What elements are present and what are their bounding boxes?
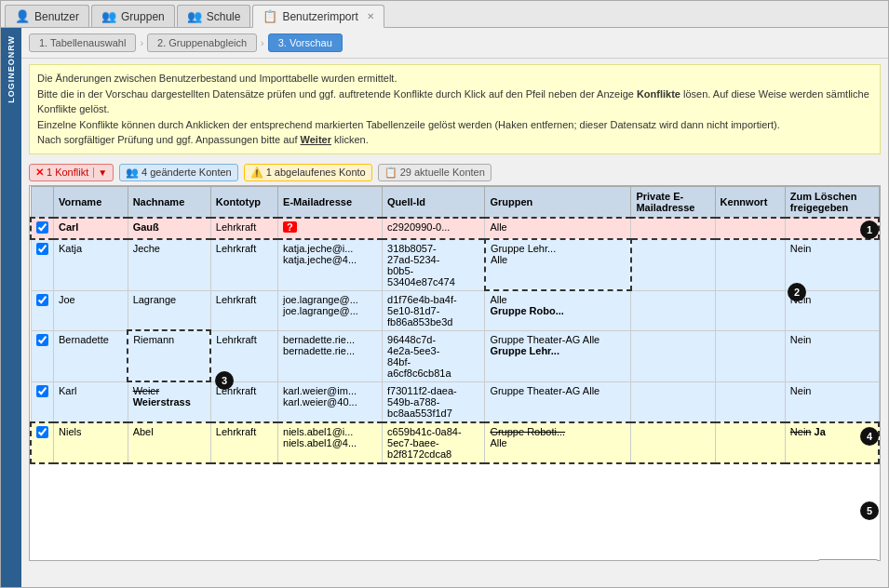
cell-quellid: c2920990-0... bbox=[383, 218, 485, 239]
cell-nachname: Riemann bbox=[128, 330, 210, 381]
changed-button[interactable]: 👥 4 geänderte Konten bbox=[119, 164, 238, 181]
expired-count: 1 bbox=[266, 167, 272, 178]
table-row[interactable]: Karl WeierWeierstrass Lehrkraft karl.wei… bbox=[31, 381, 879, 422]
conflict-tag[interactable]: ? bbox=[283, 221, 297, 233]
cell-email: niels.abel1@i...niels.abel1@4... bbox=[278, 422, 383, 463]
cell-kennwort bbox=[715, 330, 785, 381]
cell-private-email bbox=[631, 330, 715, 381]
tab-close-button[interactable]: ✕ bbox=[367, 11, 374, 21]
table-container: Vorname Nachname Kontotyp E-Mailadresse … bbox=[29, 185, 881, 562]
info-line2: Bitte die in der Vorschau dargestellten … bbox=[37, 87, 872, 117]
step-tab-1[interactable]: 1. Tabellenauswahl bbox=[29, 33, 136, 52]
row-checkbox[interactable] bbox=[31, 218, 54, 239]
nachname-old: Weier bbox=[133, 385, 160, 396]
tab-benutzer-label: Benutzer bbox=[34, 10, 79, 23]
cell-nachname: Jeche bbox=[128, 239, 210, 291]
changed-label: geänderte Konten bbox=[150, 167, 231, 178]
cell-private-email bbox=[631, 422, 715, 463]
cell-vorname: Joe bbox=[54, 290, 128, 330]
cell-email: karl.weier@im...karl.weier@40... bbox=[278, 381, 383, 422]
cell-email: joe.lagrange@...joe.lagrange@... bbox=[278, 290, 383, 330]
row-checkbox[interactable] bbox=[31, 422, 54, 463]
conflict-label: Konflikt bbox=[55, 167, 88, 178]
step-tab-2[interactable]: 2. Gruppenabgleich bbox=[147, 33, 257, 52]
step-tabs: 1. Tabellenauswahl › 2. Gruppenabgleich … bbox=[21, 28, 888, 59]
cell-kennwort bbox=[715, 422, 785, 463]
row-checkbox[interactable] bbox=[31, 381, 54, 422]
table-row[interactable]: Katja Jeche Lehrkraft katja.jeche@i...ka… bbox=[31, 239, 879, 291]
current-button[interactable]: 📋 29 aktuelle Konten bbox=[378, 164, 492, 181]
cell-nachname: Abel bbox=[128, 422, 210, 463]
cell-email: katja.jeche@i...katja.jeche@4... bbox=[278, 239, 383, 291]
sidebar: LOGINEONRW bbox=[1, 28, 21, 587]
annotation-2: 2 bbox=[788, 283, 806, 301]
cell-zum-loeschen: Nein bbox=[785, 330, 879, 381]
gruppen-icon: 👥 bbox=[101, 9, 116, 23]
cell-nachname: WeierWeierstrass bbox=[128, 381, 210, 422]
cell-kennwort bbox=[715, 218, 785, 239]
step-tab-3[interactable]: 3. Vorschau bbox=[268, 33, 343, 52]
cell-quellid: c659b41c-0a84-5ec7-baee-b2f8172cdca8 bbox=[383, 422, 485, 463]
benutzerimport-icon: 📋 bbox=[263, 9, 277, 23]
tab-benutzer[interactable]: 👤 Benutzer bbox=[5, 5, 89, 27]
data-table: Vorname Nachname Kontotyp E-Mailadresse … bbox=[30, 186, 880, 464]
row-checkbox[interactable] bbox=[31, 330, 54, 381]
changed-count: 4 bbox=[141, 167, 147, 178]
cell-zum-loeschen: Nein bbox=[785, 381, 879, 422]
tab-schule[interactable]: 👥 Schule bbox=[177, 5, 251, 27]
row-checkbox[interactable] bbox=[31, 290, 54, 330]
cell-private-email bbox=[631, 218, 715, 239]
col-kennwort: Kennwort bbox=[715, 186, 785, 218]
cell-quellid: 318b8057-27ad-5234-b0b5-53404e87c474 bbox=[383, 239, 485, 291]
col-kontotyp: Kontotyp bbox=[210, 186, 277, 218]
weiter-button[interactable]: Weiter bbox=[817, 559, 879, 561]
step-divider-1: › bbox=[140, 37, 143, 48]
cell-vorname: Karl bbox=[54, 381, 128, 422]
col-zum-loeschen: Zum Löschenfreigegeben bbox=[785, 186, 879, 218]
info-box: Die Änderungen zwischen Benutzerbestand … bbox=[29, 64, 881, 154]
annotation-3: 3 bbox=[215, 371, 234, 390]
col-quellid: Quell-Id bbox=[383, 186, 485, 218]
cell-email: bernadette.rie...bernadette.rie... bbox=[278, 330, 383, 381]
annotation-5: 5 bbox=[860, 501, 879, 520]
conflict-x-icon: ✕ bbox=[35, 167, 44, 179]
step-divider-2: › bbox=[261, 37, 264, 48]
col-gruppen: Gruppen bbox=[485, 186, 631, 218]
cell-kontotyp: Lehrkraft bbox=[210, 239, 277, 291]
expired-button[interactable]: ⚠️ 1 abgelaufenes Konto bbox=[244, 164, 372, 181]
conflict-count: 1 bbox=[47, 167, 52, 178]
current-icon: 📋 bbox=[384, 167, 397, 179]
cell-vorname: Niels bbox=[54, 422, 128, 463]
cell-gruppen: Gruppe Theater-AG AlleGruppe Lehr... bbox=[485, 330, 631, 381]
tab-gruppen[interactable]: 👥 Gruppen bbox=[91, 5, 175, 27]
cell-kontotyp: Lehrkraft bbox=[210, 218, 277, 239]
cell-gruppen: Gruppe Lehr...Alle bbox=[485, 239, 631, 291]
cell-private-email bbox=[631, 239, 715, 291]
table-inner[interactable]: Vorname Nachname Kontotyp E-Mailadresse … bbox=[29, 185, 881, 562]
tab-benutzerimport[interactable]: 📋 Benutzerimport ✕ bbox=[252, 5, 384, 28]
table-row[interactable]: Carl Gauß Lehrkraft ? c2920990-0... Alle bbox=[31, 218, 879, 239]
nachname-new: Weierstrass bbox=[133, 396, 191, 408]
cell-vorname: Katja bbox=[54, 239, 128, 291]
table-row[interactable]: Bernadette Riemann Lehrkraft bernadette.… bbox=[31, 330, 879, 381]
table-row[interactable]: Joe Lagrange Lehrkraft joe.lagrange@...j… bbox=[31, 290, 879, 330]
info-line1: Die Änderungen zwischen Benutzerbestand … bbox=[37, 71, 872, 87]
row-checkbox[interactable] bbox=[31, 239, 54, 291]
col-checkbox bbox=[31, 186, 54, 218]
sidebar-label: LOGINEONRW bbox=[7, 28, 16, 111]
cell-private-email bbox=[631, 290, 715, 330]
cell-gruppen: Gruppe Roboti...Alle bbox=[485, 422, 631, 463]
cell-kontotyp: Lehrkraft bbox=[210, 422, 277, 463]
conflict-arrow-icon[interactable]: ▼ bbox=[93, 167, 107, 178]
table-row[interactable]: Niels Abel Lehrkraft niels.abel1@i...nie… bbox=[31, 422, 879, 463]
conflict-button[interactable]: ✕ 1 Konflikt ▼ bbox=[29, 164, 114, 181]
tab-benutzerimport-label: Benutzerimport bbox=[282, 10, 357, 23]
cell-kennwort bbox=[715, 239, 785, 291]
content-area: LOGINEONRW 1. Tabellenauswahl › 2. Grupp… bbox=[1, 28, 888, 587]
expired-label: abgelaufenes Konto bbox=[275, 167, 366, 178]
col-nachname: Nachname bbox=[128, 186, 210, 218]
tab-gruppen-label: Gruppen bbox=[121, 10, 165, 23]
cell-vorname: Bernadette bbox=[54, 330, 128, 381]
info-line3: Einzelne Konflikte können durch Anklicke… bbox=[37, 117, 872, 133]
cell-private-email bbox=[631, 381, 715, 422]
